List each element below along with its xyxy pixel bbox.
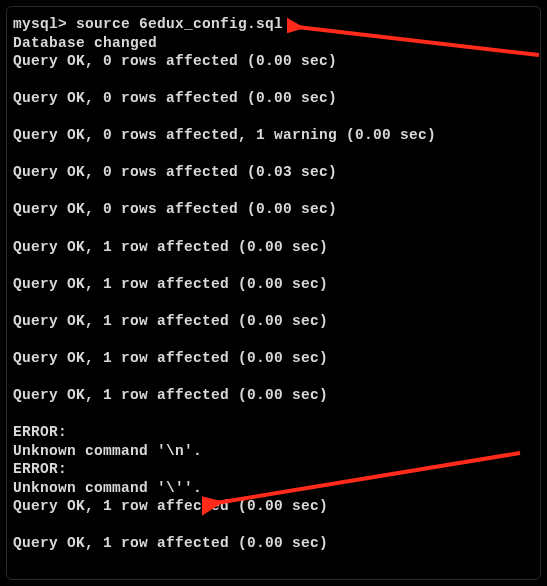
output-line: Query OK, 0 rows affected (0.00 sec) bbox=[13, 200, 534, 219]
output-line: Unknown command '\n'. bbox=[13, 442, 534, 461]
output-line: Query OK, 1 row affected (0.00 sec) bbox=[13, 497, 534, 516]
output-line: Query OK, 1 row affected (0.00 sec) bbox=[13, 349, 534, 368]
output-line: Query OK, 0 rows affected (0.00 sec) bbox=[13, 52, 534, 71]
output-line: Query OK, 0 rows affected, 1 warning (0.… bbox=[13, 126, 534, 145]
prompt-line[interactable]: mysql> source 6edux_config.sql bbox=[13, 15, 534, 34]
output-line: Query OK, 1 row affected (0.00 sec) bbox=[13, 238, 534, 257]
output-line: Query OK, 1 row affected (0.00 sec) bbox=[13, 386, 534, 405]
output-line: Query OK, 1 row affected (0.00 sec) bbox=[13, 312, 534, 331]
output-line: Query OK, 1 row affected (0.00 sec) bbox=[13, 534, 534, 553]
output-line: Query OK, 0 rows affected (0.00 sec) bbox=[13, 89, 534, 108]
prompt: mysql> bbox=[13, 16, 76, 32]
command-text: source 6edux_config.sql bbox=[76, 16, 283, 32]
output-line: ERROR: bbox=[13, 423, 534, 442]
terminal-window[interactable]: mysql> source 6edux_config.sql Database … bbox=[6, 6, 541, 580]
output-line: Database changed bbox=[13, 34, 534, 53]
output-line: ERROR: bbox=[13, 460, 534, 479]
output-line: Unknown command '\''. bbox=[13, 479, 534, 498]
output-line: Query OK, 1 row affected (0.00 sec) bbox=[13, 275, 534, 294]
terminal-output: Database changedQuery OK, 0 rows affecte… bbox=[13, 34, 534, 553]
output-line: Query OK, 0 rows affected (0.03 sec) bbox=[13, 163, 534, 182]
